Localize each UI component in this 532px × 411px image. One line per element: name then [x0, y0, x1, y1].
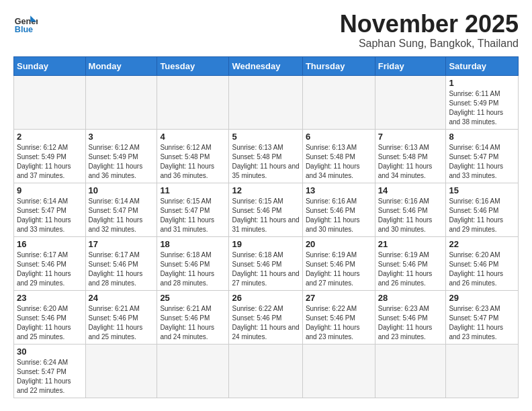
calendar-cell: 26Sunrise: 6:22 AM Sunset: 5:46 PM Dayli… — [229, 290, 302, 344]
day-number: 24 — [89, 293, 154, 303]
cell-info: Sunrise: 6:13 AM Sunset: 5:48 PM Dayligh… — [378, 143, 443, 181]
title-area: November 2025 Saphan Sung, Bangkok, Thai… — [340, 11, 519, 50]
cell-info: Sunrise: 6:22 AM Sunset: 5:46 PM Dayligh… — [306, 304, 372, 342]
calendar-cell: 17Sunrise: 6:17 AM Sunset: 5:46 PM Dayli… — [85, 236, 157, 290]
cell-info: Sunrise: 6:18 AM Sunset: 5:46 PM Dayligh… — [232, 250, 299, 288]
cell-info: Sunrise: 6:17 AM Sunset: 5:46 PM Dayligh… — [89, 250, 154, 288]
cell-info: Sunrise: 6:15 AM Sunset: 5:47 PM Dayligh… — [160, 197, 226, 234]
day-number: 14 — [378, 185, 443, 195]
cell-info: Sunrise: 6:16 AM Sunset: 5:46 PM Dayligh… — [306, 197, 372, 234]
cell-info: Sunrise: 6:15 AM Sunset: 5:46 PM Dayligh… — [232, 197, 299, 234]
calendar-cell: 16Sunrise: 6:17 AM Sunset: 5:46 PM Dayli… — [14, 236, 86, 290]
cell-info: Sunrise: 6:20 AM Sunset: 5:46 PM Dayligh… — [17, 304, 83, 342]
cell-info: Sunrise: 6:23 AM Sunset: 5:47 PM Dayligh… — [449, 304, 515, 342]
cell-info: Sunrise: 6:23 AM Sunset: 5:46 PM Dayligh… — [378, 304, 443, 342]
calendar-cell — [14, 75, 86, 129]
page-header: General Blue November 2025 Saphan Sung, … — [13, 11, 519, 50]
day-number: 20 — [306, 239, 372, 249]
calendar-cell: 7Sunrise: 6:13 AM Sunset: 5:48 PM Daylig… — [375, 129, 446, 183]
day-number: 30 — [17, 347, 83, 357]
calendar-week-row: 2Sunrise: 6:12 AM Sunset: 5:49 PM Daylig… — [14, 129, 519, 183]
calendar-day-header: Monday — [85, 56, 157, 75]
calendar-cell: 14Sunrise: 6:16 AM Sunset: 5:46 PM Dayli… — [375, 183, 446, 236]
calendar-cell: 29Sunrise: 6:23 AM Sunset: 5:47 PM Dayli… — [446, 290, 519, 344]
calendar-week-row: 16Sunrise: 6:17 AM Sunset: 5:46 PM Dayli… — [14, 236, 519, 290]
cell-info: Sunrise: 6:16 AM Sunset: 5:46 PM Dayligh… — [449, 197, 515, 234]
cell-info: Sunrise: 6:19 AM Sunset: 5:46 PM Dayligh… — [306, 250, 372, 288]
cell-info: Sunrise: 6:11 AM Sunset: 5:49 PM Dayligh… — [449, 89, 515, 127]
day-number: 3 — [89, 132, 154, 142]
calendar-cell: 5Sunrise: 6:13 AM Sunset: 5:48 PM Daylig… — [229, 129, 302, 183]
day-number: 7 — [378, 132, 443, 142]
cell-info: Sunrise: 6:12 AM Sunset: 5:49 PM Dayligh… — [89, 143, 154, 181]
calendar-table: SundayMondayTuesdayWednesdayThursdayFrid… — [13, 56, 519, 398]
calendar-cell: 3Sunrise: 6:12 AM Sunset: 5:49 PM Daylig… — [85, 129, 157, 183]
cell-info: Sunrise: 6:14 AM Sunset: 5:47 PM Dayligh… — [89, 197, 154, 234]
cell-info: Sunrise: 6:24 AM Sunset: 5:47 PM Dayligh… — [17, 358, 83, 396]
cell-info: Sunrise: 6:13 AM Sunset: 5:48 PM Dayligh… — [232, 143, 299, 181]
calendar-header-row: SundayMondayTuesdayWednesdayThursdayFrid… — [14, 56, 519, 75]
logo-icon: General Blue — [13, 11, 38, 35]
day-number: 23 — [17, 293, 83, 303]
calendar-day-header: Friday — [375, 56, 446, 75]
day-number: 9 — [17, 185, 83, 195]
calendar-cell — [302, 344, 375, 398]
cell-info: Sunrise: 6:12 AM Sunset: 5:48 PM Dayligh… — [160, 143, 226, 181]
calendar-cell: 21Sunrise: 6:19 AM Sunset: 5:46 PM Dayli… — [375, 236, 446, 290]
day-number: 28 — [378, 293, 443, 303]
cell-info: Sunrise: 6:14 AM Sunset: 5:47 PM Dayligh… — [449, 143, 515, 181]
day-number: 2 — [17, 132, 83, 142]
day-number: 8 — [449, 132, 515, 142]
day-number: 18 — [160, 239, 226, 249]
calendar-cell — [229, 344, 302, 398]
cell-info: Sunrise: 6:12 AM Sunset: 5:49 PM Dayligh… — [17, 143, 83, 181]
calendar-cell — [302, 75, 375, 129]
day-number: 16 — [17, 239, 83, 249]
day-number: 22 — [449, 239, 515, 249]
calendar-cell: 2Sunrise: 6:12 AM Sunset: 5:49 PM Daylig… — [14, 129, 86, 183]
cell-info: Sunrise: 6:13 AM Sunset: 5:48 PM Dayligh… — [306, 143, 372, 181]
calendar-week-row: 9Sunrise: 6:14 AM Sunset: 5:47 PM Daylig… — [14, 183, 519, 236]
calendar-cell: 11Sunrise: 6:15 AM Sunset: 5:47 PM Dayli… — [157, 183, 229, 236]
calendar-cell: 25Sunrise: 6:21 AM Sunset: 5:46 PM Dayli… — [157, 290, 229, 344]
calendar-day-header: Wednesday — [229, 56, 302, 75]
cell-info: Sunrise: 6:21 AM Sunset: 5:46 PM Dayligh… — [160, 304, 226, 342]
calendar-cell: 18Sunrise: 6:18 AM Sunset: 5:46 PM Dayli… — [157, 236, 229, 290]
calendar-cell: 6Sunrise: 6:13 AM Sunset: 5:48 PM Daylig… — [302, 129, 375, 183]
day-number: 11 — [160, 185, 226, 195]
calendar-day-header: Thursday — [302, 56, 375, 75]
calendar-cell: 28Sunrise: 6:23 AM Sunset: 5:46 PM Dayli… — [375, 290, 446, 344]
calendar-cell: 22Sunrise: 6:20 AM Sunset: 5:46 PM Dayli… — [446, 236, 519, 290]
calendar-cell — [85, 344, 157, 398]
cell-info: Sunrise: 6:20 AM Sunset: 5:46 PM Dayligh… — [449, 250, 515, 288]
day-number: 29 — [449, 293, 515, 303]
cell-info: Sunrise: 6:19 AM Sunset: 5:46 PM Dayligh… — [378, 250, 443, 288]
day-number: 27 — [306, 293, 372, 303]
calendar-week-row: 1Sunrise: 6:11 AM Sunset: 5:49 PM Daylig… — [14, 75, 519, 129]
calendar-cell: 13Sunrise: 6:16 AM Sunset: 5:46 PM Dayli… — [302, 183, 375, 236]
calendar-cell — [375, 344, 446, 398]
calendar-day-header: Sunday — [14, 56, 86, 75]
calendar-week-row: 30Sunrise: 6:24 AM Sunset: 5:47 PM Dayli… — [14, 344, 519, 398]
calendar-cell — [446, 344, 519, 398]
day-number: 6 — [306, 132, 372, 142]
day-number: 13 — [306, 185, 372, 195]
cell-info: Sunrise: 6:18 AM Sunset: 5:46 PM Dayligh… — [160, 250, 226, 288]
calendar-week-row: 23Sunrise: 6:20 AM Sunset: 5:46 PM Dayli… — [14, 290, 519, 344]
calendar-cell — [375, 75, 446, 129]
month-title: November 2025 — [340, 11, 519, 38]
cell-info: Sunrise: 6:14 AM Sunset: 5:47 PM Dayligh… — [17, 197, 83, 234]
cell-info: Sunrise: 6:22 AM Sunset: 5:46 PM Dayligh… — [232, 304, 299, 342]
calendar-cell — [85, 75, 157, 129]
calendar-day-header: Saturday — [446, 56, 519, 75]
day-number: 1 — [449, 78, 515, 88]
cell-info: Sunrise: 6:17 AM Sunset: 5:46 PM Dayligh… — [17, 250, 83, 288]
svg-text:Blue: Blue — [15, 25, 33, 34]
calendar-cell — [229, 75, 302, 129]
calendar-day-header: Tuesday — [157, 56, 229, 75]
calendar-cell: 23Sunrise: 6:20 AM Sunset: 5:46 PM Dayli… — [14, 290, 86, 344]
calendar-cell: 30Sunrise: 6:24 AM Sunset: 5:47 PM Dayli… — [14, 344, 86, 398]
calendar-cell — [157, 344, 229, 398]
day-number: 5 — [232, 132, 299, 142]
day-number: 12 — [232, 185, 299, 195]
